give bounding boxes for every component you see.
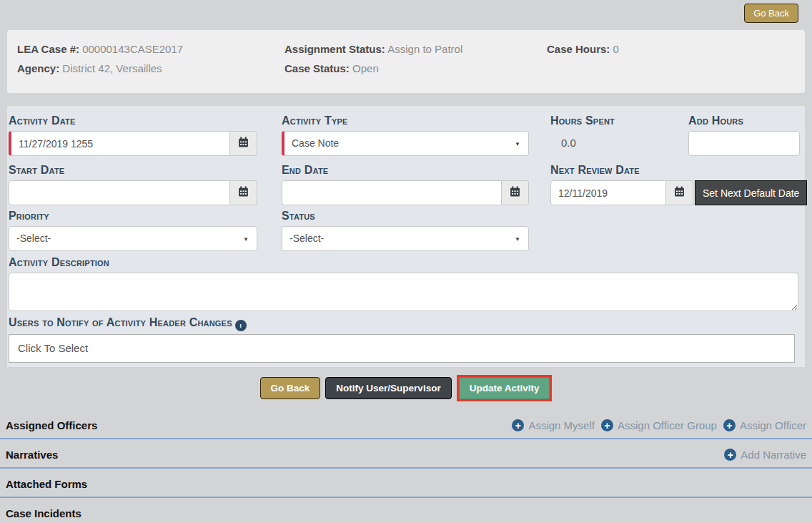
case-hours-label: Case Hours: bbox=[547, 43, 610, 55]
activity-type-selected-value: Case Note bbox=[292, 137, 339, 149]
case-hours-value: 0 bbox=[613, 43, 619, 55]
update-activity-button[interactable]: Update Activity bbox=[459, 377, 550, 399]
narratives-section: Narratives + Add Narrative bbox=[0, 439, 812, 469]
case-status-field: Case Status: Open bbox=[284, 62, 547, 74]
add-narrative-link[interactable]: + Add Narrative bbox=[724, 449, 806, 461]
activity-description-group: Activity Description bbox=[9, 255, 798, 314]
activity-description-label: Activity Description bbox=[9, 255, 798, 270]
end-date-input[interactable] bbox=[282, 180, 502, 205]
calendar-icon bbox=[238, 186, 249, 200]
activity-date-group: Activity Date bbox=[9, 113, 257, 156]
add-hours-group: Add Hours bbox=[688, 113, 800, 156]
lea-case-label: LEA Case #: bbox=[17, 43, 79, 55]
info-icon[interactable]: i bbox=[235, 320, 247, 331]
plus-circle-icon: + bbox=[724, 449, 736, 461]
notify-user-supervisor-button[interactable]: Notify User/Supervisor bbox=[325, 377, 451, 399]
chevron-down-icon: ▼ bbox=[515, 132, 520, 157]
attached-forms-title: Attached Forms bbox=[6, 478, 87, 490]
hours-spent-label: Hours Spent bbox=[550, 113, 679, 128]
add-narrative-label: Add Narrative bbox=[741, 449, 806, 461]
start-date-label: Start Date bbox=[9, 162, 257, 177]
set-next-default-date-button[interactable]: Set Next Default Date bbox=[695, 180, 807, 205]
lea-case-field: LEA Case #: 00000143CASE2017 bbox=[17, 43, 284, 55]
assign-officer-link[interactable]: + Assign Officer bbox=[723, 419, 806, 431]
users-to-notify-label: Users to Notify of Activity Header Chang… bbox=[9, 315, 798, 331]
top-bar: Go Back bbox=[0, 0, 812, 27]
end-date-label: End Date bbox=[282, 162, 529, 177]
calendar-icon bbox=[510, 186, 520, 200]
plus-circle-icon: + bbox=[601, 419, 613, 431]
case-status-label: Case Status: bbox=[284, 62, 350, 74]
hours-spent-value: 0.0 bbox=[550, 131, 679, 149]
add-hours-input[interactable] bbox=[688, 131, 800, 156]
calendar-icon bbox=[674, 186, 685, 200]
bottom-sections: Assigned Officers + Assign Myself + Assi… bbox=[0, 410, 812, 523]
status-selected-value: -Select- bbox=[289, 233, 324, 244]
activity-type-label: Activity Type bbox=[282, 113, 529, 128]
update-activity-highlight: Update Activity bbox=[457, 375, 553, 401]
status-group: Status -Select- ▼ bbox=[282, 208, 529, 251]
agency-field: Agency: District 42, Versailles bbox=[17, 62, 284, 74]
status-select[interactable]: -Select- ▼ bbox=[282, 226, 529, 251]
activity-type-group: Activity Type Case Note ▼ bbox=[282, 113, 529, 156]
hours-spent-group: Hours Spent 0.0 bbox=[550, 113, 679, 149]
status-label: Status bbox=[282, 208, 529, 223]
next-review-date-label: Next Review Date bbox=[550, 162, 802, 177]
agency-value: District 42, Versailles bbox=[62, 62, 162, 74]
activity-form-panel: Activity Date Activity Type Case Note ▼ … bbox=[7, 106, 805, 367]
case-incidents-section: Case Incidents bbox=[0, 498, 812, 523]
end-date-group: End Date bbox=[282, 162, 529, 205]
case-hours-field: Case Hours: 0 bbox=[547, 43, 795, 55]
next-review-date-group: Next Review Date Set Next Default Date bbox=[550, 162, 802, 205]
plus-circle-icon: + bbox=[723, 419, 736, 431]
assign-officer-group-link[interactable]: + Assign Officer Group bbox=[601, 419, 717, 431]
add-hours-label: Add Hours bbox=[688, 113, 800, 128]
end-date-calendar-button[interactable] bbox=[502, 180, 529, 205]
agency-label: Agency: bbox=[17, 62, 59, 74]
activity-type-select[interactable]: Case Note ▼ bbox=[282, 131, 529, 156]
start-date-input[interactable] bbox=[9, 180, 230, 205]
go-back-button[interactable]: Go Back bbox=[260, 377, 321, 399]
users-to-notify-group: Users to Notify of Activity Header Chang… bbox=[9, 315, 798, 363]
plus-circle-icon: + bbox=[512, 419, 524, 431]
case-incidents-title: Case Incidents bbox=[6, 507, 81, 519]
assigned-officers-section: Assigned Officers + Assign Myself + Assi… bbox=[0, 410, 812, 439]
start-date-calendar-button[interactable] bbox=[230, 180, 257, 205]
narratives-title: Narratives bbox=[6, 449, 58, 461]
next-review-date-input[interactable] bbox=[550, 180, 666, 205]
assign-myself-label: Assign Myself bbox=[528, 419, 595, 431]
priority-selected-value: -Select- bbox=[16, 233, 51, 244]
chevron-down-icon: ▼ bbox=[515, 227, 520, 252]
assign-officer-group-label: Assign Officer Group bbox=[618, 419, 717, 431]
assigned-officers-title: Assigned Officers bbox=[6, 419, 97, 431]
users-to-notify-selector[interactable]: Click To Select bbox=[9, 334, 795, 363]
next-review-date-calendar-button[interactable] bbox=[666, 180, 693, 205]
priority-group: Priority -Select- ▼ bbox=[9, 208, 257, 251]
chevron-down-icon: ▼ bbox=[243, 227, 249, 252]
assign-myself-link[interactable]: + Assign Myself bbox=[512, 419, 595, 431]
priority-select[interactable]: -Select- ▼ bbox=[9, 226, 257, 251]
assignment-status-value: Assign to Patrol bbox=[387, 43, 462, 55]
lea-case-value: 00000143CASE2017 bbox=[82, 43, 183, 55]
attached-forms-section: Attached Forms bbox=[0, 469, 812, 498]
form-actions: Go Back Notify User/Supervisor Update Ac… bbox=[0, 375, 812, 401]
go-back-button-top[interactable]: Go Back bbox=[744, 4, 798, 23]
calendar-icon bbox=[238, 137, 249, 150]
priority-label: Priority bbox=[9, 208, 257, 223]
activity-date-calendar-button[interactable] bbox=[230, 131, 257, 156]
case-info-panel: LEA Case #: 00000143CASE2017 Assignment … bbox=[7, 30, 805, 93]
start-date-group: Start Date bbox=[9, 162, 257, 205]
assignment-status-label: Assignment Status: bbox=[284, 43, 385, 55]
activity-date-input[interactable] bbox=[9, 131, 230, 156]
assignment-status-field: Assignment Status: Assign to Patrol bbox=[284, 43, 547, 55]
assign-officer-label: Assign Officer bbox=[740, 419, 806, 431]
activity-date-label: Activity Date bbox=[9, 113, 257, 128]
activity-description-textarea[interactable] bbox=[9, 273, 798, 311]
case-info-grid: LEA Case #: 00000143CASE2017 Assignment … bbox=[17, 43, 795, 74]
case-status-value: Open bbox=[352, 62, 379, 74]
